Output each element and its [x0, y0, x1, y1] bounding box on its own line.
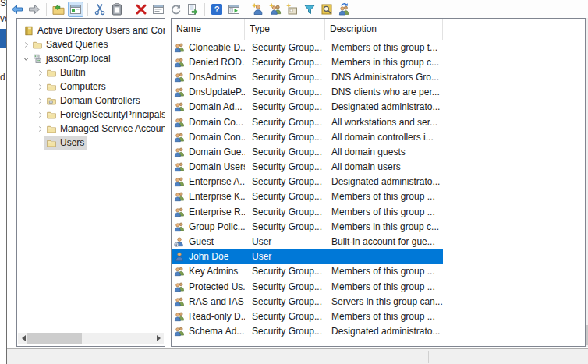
tree-node[interactable]: Active Directory Users and Computers — [22, 24, 165, 37]
open-new-window-button[interactable] — [51, 2, 66, 17]
list-row-domain-co[interactable]: Domain Co...Security Group...All worksta… — [172, 115, 443, 129]
refresh-button[interactable] — [168, 2, 183, 17]
list-row-domain-ad[interactable]: Domain Ad...Security Group...Designated … — [172, 100, 443, 115]
name-cell: Guest — [172, 236, 245, 247]
tree-node[interactable]: jasonCorp.local — [30, 52, 114, 65]
new-user-button[interactable] — [250, 2, 266, 17]
tree-item-saved-queries[interactable]: Saved Queries — [17, 37, 165, 51]
folder-icon — [46, 68, 57, 78]
group-icon — [174, 207, 185, 217]
chevron-down-icon[interactable] — [22, 53, 30, 64]
object-name: Domain Gue... — [189, 147, 245, 157]
scroll-right-arrow[interactable] — [153, 333, 164, 344]
tree-horizontal-scrollbar[interactable] — [18, 333, 164, 344]
list-row-domain-con[interactable]: Domain Con...Security Group...All domain… — [172, 129, 443, 144]
type-cell: Security Group... — [245, 72, 325, 83]
list-row-enterprise-r[interactable]: Enterprise R...Security Group...Members … — [172, 204, 443, 219]
list-row-group-polic[interactable]: Group Polic...Security Group...Members i… — [172, 219, 443, 234]
folder-icon — [46, 124, 57, 134]
paste-button[interactable] — [109, 2, 125, 17]
tree-node[interactable]: Domain Controllers — [44, 94, 143, 108]
delete-button[interactable] — [133, 2, 149, 17]
list-row-dnsupdatep[interactable]: DnsUpdateP...Security Group...DNS client… — [172, 85, 443, 100]
tree-node[interactable]: ForeignSecurityPrincipals — [44, 108, 165, 122]
list-row-guest[interactable]: GuestUserBuilt-in account for gue... — [172, 234, 443, 249]
set-filter-button[interactable] — [302, 2, 317, 17]
show-hide-console-tree-button[interactable] — [226, 2, 242, 17]
console-tree: Active Directory Users and ComputersSave… — [17, 23, 165, 150]
folder-new-window-icon — [52, 3, 65, 16]
list-row-domain-gue[interactable]: Domain Gue...Security Group...All domain… — [172, 144, 443, 159]
description-cell: Members of this group ... — [325, 266, 443, 277]
list-row-schema-ad[interactable]: Schema Ad...Security Group...Designated … — [172, 324, 443, 339]
chevron-right-icon[interactable] — [36, 95, 44, 106]
name-cell: RAS and IAS ... — [172, 296, 245, 307]
list-row-read-only-d[interactable]: Read-only D...Security Group...Members o… — [172, 309, 443, 323]
type-cell: Security Group... — [245, 326, 325, 337]
list-row-enterprise-a[interactable]: Enterprise A...Security Group...Designat… — [172, 175, 443, 189]
cut-button[interactable] — [92, 2, 108, 17]
toolbar: ? — [7, 0, 588, 18]
export-list-button[interactable] — [185, 2, 200, 17]
tree-node[interactable]: Builtin — [44, 66, 89, 80]
list-row-domain-users[interactable]: Domain UsersSecurity Group...All domain … — [172, 160, 443, 175]
forward-button[interactable] — [27, 2, 42, 17]
object-name: Domain Co... — [189, 117, 243, 128]
status-bar-separator — [533, 351, 533, 363]
list-row-key-admins[interactable]: Key AdminsSecurity Group...Members of th… — [172, 264, 443, 279]
column-header-name[interactable]: Name — [172, 19, 245, 40]
name-cell: Denied ROD... — [172, 57, 245, 68]
chevron-right-icon[interactable] — [22, 39, 30, 50]
tree-item-foreignsecurityprincipals[interactable]: ForeignSecurityPrincipals — [17, 108, 165, 122]
refresh-arrow-icon — [169, 3, 182, 16]
name-cell: Schema Ad... — [172, 326, 245, 337]
type-cell: Security Group... — [245, 87, 325, 97]
column-header-type[interactable]: Type — [245, 19, 325, 40]
scrollbar-thumb[interactable] — [27, 333, 82, 344]
name-cell: Domain Con... — [172, 132, 245, 143]
window-panes-icon — [69, 3, 82, 16]
list-header: NameTypeDescription — [172, 19, 585, 40]
toolbar-separator — [246, 3, 246, 16]
chevron-right-icon[interactable] — [36, 81, 44, 92]
group-icon — [174, 191, 185, 202]
tree-node[interactable]: Users — [44, 136, 87, 150]
chevron-right-icon[interactable] — [36, 123, 44, 134]
find-objects-button[interactable] — [319, 2, 335, 17]
show-console-panes-button[interactable] — [68, 2, 83, 17]
tree-node[interactable]: Computers — [44, 80, 109, 94]
tree-item-managed-service-accounts[interactable]: Managed Service Accounts — [17, 122, 165, 136]
list-row-denied-rod[interactable]: Denied ROD...Security Group...Members in… — [172, 55, 443, 69]
new-organizational-unit-button[interactable] — [285, 2, 300, 17]
back-button[interactable] — [9, 2, 25, 17]
help-button[interactable]: ? — [209, 2, 225, 17]
tree-item-active-directory-users-and-computers[interactable]: Active Directory Users and Computers — [17, 23, 165, 37]
list-row-ras-and-ias[interactable]: RAS and IAS ...Security Group...Servers … — [172, 294, 443, 309]
chevron-right-icon[interactable] — [36, 109, 44, 120]
properties-button[interactable] — [151, 2, 166, 17]
list-row-protected-us[interactable]: Protected Us...Security Group...Members … — [172, 279, 443, 294]
list-row-dnsadmins[interactable]: DnsAdminsSecurity Group...DNS Administra… — [172, 69, 443, 84]
list-row-enterprise-k[interactable]: Enterprise K...Security Group...Members … — [172, 189, 443, 204]
group-icon — [174, 42, 185, 53]
column-header-description[interactable]: Description — [325, 19, 443, 40]
list-row-john-doe[interactable]: John DoeUser — [172, 249, 443, 264]
tree-item-domain-controllers[interactable]: Domain Controllers — [17, 94, 165, 108]
tree-node[interactable]: Managed Service Accounts — [44, 122, 165, 136]
list-row-cloneable-d[interactable]: Cloneable D...Security Group...Members o… — [172, 40, 443, 55]
properties-window-icon — [152, 3, 165, 16]
tree-item-builtin[interactable]: Builtin — [17, 65, 165, 80]
tree-node[interactable]: Saved Queries — [30, 38, 111, 51]
group-icon — [174, 326, 185, 337]
directory-book-icon — [23, 26, 34, 36]
type-cell: Security Group... — [245, 191, 325, 202]
object-name: John Doe — [189, 251, 228, 262]
svg-text:?: ? — [214, 5, 220, 14]
people-sync-button[interactable] — [336, 2, 352, 17]
tree-item-jasoncorp-local[interactable]: jasonCorp.local — [17, 51, 165, 65]
new-group-button[interactable] — [267, 2, 283, 17]
tree-item-users[interactable]: Users — [17, 136, 165, 150]
name-cell: John Doe — [172, 251, 245, 262]
tree-item-computers[interactable]: Computers — [17, 80, 165, 94]
chevron-right-icon[interactable] — [36, 67, 44, 78]
